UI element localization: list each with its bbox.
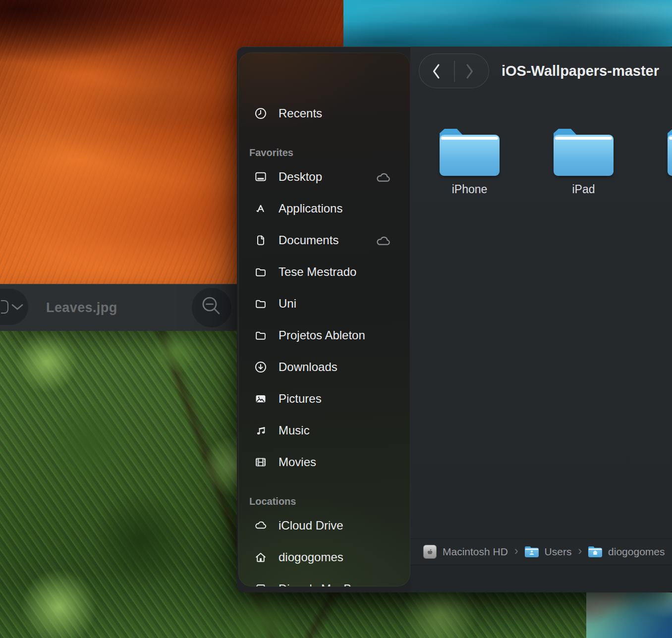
folder-item-clipped[interactable] <box>668 129 672 183</box>
path-separator: › <box>578 544 582 558</box>
desktop-icon <box>254 170 268 184</box>
sidebar-item-uni[interactable]: Uni <box>238 288 410 319</box>
users-folder-icon <box>525 546 539 557</box>
folder-label: iPad <box>554 183 614 196</box>
folder-item-ipad[interactable]: iPad <box>554 129 614 196</box>
folder-icon <box>554 129 614 176</box>
home-icon <box>254 550 268 564</box>
folder-icon <box>254 328 268 342</box>
sidebar-item-tese-mestrado[interactable]: Tese Mestrado <box>238 256 410 288</box>
chevron-down-icon <box>11 303 24 313</box>
window-title: iOS-Wallpapers-master <box>502 53 659 88</box>
zoom-out-button[interactable] <box>192 288 231 327</box>
download-circle-icon <box>254 360 268 374</box>
wallpaper-blue-water <box>343 0 672 47</box>
laptop-icon <box>254 582 268 586</box>
sidebar-item-recents[interactable]: Recents <box>238 98 410 129</box>
preview-filename: Leaves.jpg <box>46 284 117 331</box>
sidebar-item-music[interactable]: Music <box>238 415 410 446</box>
sidebar-item-diogos-macbook[interactable]: Diogo's MacBoo <box>238 573 410 586</box>
back-button[interactable] <box>430 62 443 82</box>
sidebar-item-desktop[interactable]: Desktop <box>238 161 410 193</box>
folder-icon <box>440 129 500 176</box>
cloud-badge-icon <box>375 171 392 183</box>
finder-content-pane: iOS-Wallpapers-master iPhone iPad <box>410 47 672 592</box>
pictures-icon <box>254 392 268 406</box>
folder-item-iphone[interactable]: iPhone <box>440 129 500 196</box>
sidebar-item-icloud-drive[interactable]: iCloud Drive <box>238 510 410 541</box>
music-note-icon <box>254 424 268 437</box>
path-segment-users[interactable]: Users <box>525 546 572 558</box>
sidebar-item-movies[interactable]: Movies <box>238 446 410 478</box>
finder-sidebar: Recents Favorites Desktop Applications <box>238 53 410 586</box>
film-icon <box>254 455 268 469</box>
preview-view-control[interactable] <box>0 289 28 325</box>
folder-icon <box>254 265 268 279</box>
home-folder-icon <box>588 546 602 557</box>
cloud-icon <box>254 519 268 532</box>
document-icon <box>254 233 268 247</box>
sidebar-item-pictures[interactable]: Pictures <box>238 383 410 415</box>
hard-drive-icon <box>423 545 437 559</box>
path-separator: › <box>514 544 518 558</box>
sidebar-item-projetos-ableton[interactable]: Projetos Ableton <box>238 319 410 351</box>
folder-label: iPhone <box>440 183 500 196</box>
sidebar-item-downloads[interactable]: Downloads <box>238 351 410 383</box>
status-bar <box>410 565 672 592</box>
sidebar-item-applications[interactable]: Applications <box>238 193 410 224</box>
preview-window-toolbar: Leaves.jpg <box>0 284 237 331</box>
cloud-badge-icon <box>375 234 392 247</box>
nav-divider <box>454 61 455 82</box>
sidebar-item-diogogomes[interactable]: diogogomes <box>238 541 410 573</box>
path-bar: Macintosh HD › Users › diogogome <box>410 538 672 565</box>
chevron-left-icon <box>430 62 443 80</box>
desktop: Leaves.jpg Recents Favorites <box>0 0 672 638</box>
finder-window: Recents Favorites Desktop Applications <box>237 47 672 592</box>
app-store-icon <box>254 202 268 215</box>
path-segment-macintosh-hd[interactable]: Macintosh HD <box>423 545 508 559</box>
path-segment-diogogomes[interactable]: diogogomes <box>588 546 665 558</box>
folder-icon <box>668 129 672 176</box>
sidebar-section-locations: Locations <box>249 493 296 509</box>
chevron-right-icon <box>463 62 476 80</box>
preview-display-icon <box>1 300 8 314</box>
folder-icon <box>254 297 268 311</box>
navigation-buttons <box>419 53 489 88</box>
sidebar-section-favorites: Favorites <box>249 145 293 160</box>
wallpaper-teal-cove <box>586 592 672 638</box>
forward-button[interactable] <box>463 62 476 82</box>
magnifier-minus-icon <box>192 288 231 327</box>
clock-icon <box>254 106 268 120</box>
sidebar-item-documents[interactable]: Documents <box>238 224 410 256</box>
